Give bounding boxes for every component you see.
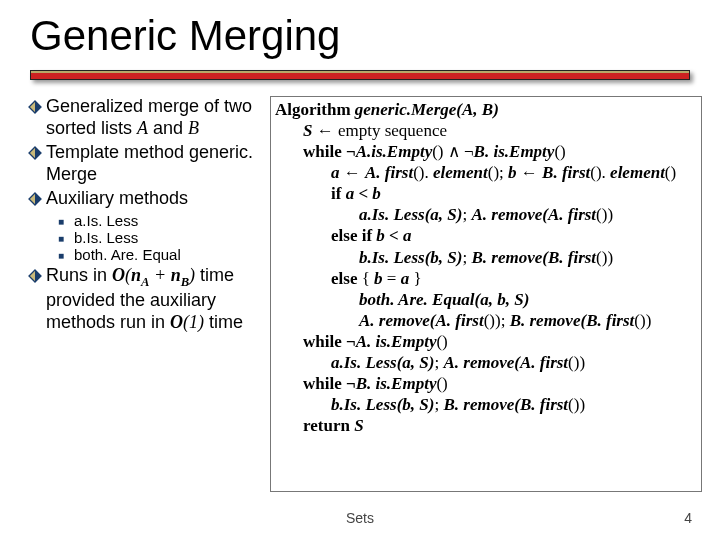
alg-line: a ← A. first(). element(); b ← B. first(…	[275, 162, 697, 183]
alg-line: if a < b	[275, 183, 697, 204]
bullet-text: Runs in O(nA + nB) time provided the aux…	[46, 265, 260, 334]
alg-line: else if b < a	[275, 225, 697, 246]
slide-body: Generalized merge of two sorted lists A …	[28, 96, 702, 492]
algorithm-box: Algorithm generic.Merge(A, B) S ← empty …	[270, 96, 702, 492]
bullet-runtime: Runs in O(nA + nB) time provided the aux…	[28, 265, 260, 334]
alg-line: else { b = a }	[275, 268, 697, 289]
slide: Generic Merging Generalized merge of two…	[0, 0, 720, 540]
subbullet-text: b.Is. Less	[74, 229, 260, 246]
square-icon: ■	[58, 212, 74, 227]
alg-line: A. remove(A. first()); B. remove(B. firs…	[275, 310, 697, 331]
alg-line: while ¬A.is.Empty() ∧ ¬B. is.Empty()	[275, 141, 697, 162]
svg-marker-3	[35, 147, 41, 159]
alg-line: both. Are. Equal(a, b, S)	[275, 289, 697, 310]
subbullet-bothequal: ■ both. Are. Equal	[28, 246, 260, 263]
alg-line: while ¬B. is.Empty()	[275, 373, 697, 394]
bullet-text: Generalized merge of two sorted lists A …	[46, 96, 260, 140]
alg-line: S ← empty sequence	[275, 120, 697, 141]
diamond-icon	[28, 142, 46, 163]
alg-line: b.Is. Less(b, S); B. remove(B. first())	[275, 247, 697, 268]
alg-line: b.Is. Less(b, S); B. remove(B. first())	[275, 394, 697, 415]
diamond-icon	[28, 96, 46, 117]
subbullet-text: a.Is. Less	[74, 212, 260, 229]
subbullet-text: both. Are. Equal	[74, 246, 260, 263]
svg-marker-5	[35, 193, 41, 205]
left-column: Generalized merge of two sorted lists A …	[28, 96, 260, 492]
subbullet-bisless: ■ b.Is. Less	[28, 229, 260, 246]
bullet-text: Auxiliary methods	[46, 188, 260, 210]
svg-marker-1	[35, 101, 41, 113]
square-icon: ■	[58, 229, 74, 244]
alg-line: a.Is. Less(a, S); A. remove(A. first())	[275, 204, 697, 225]
bullet-text: Template method generic. Merge	[46, 142, 260, 186]
page-number: 4	[684, 510, 692, 526]
diamond-icon	[28, 188, 46, 209]
alg-line: while ¬A. is.Empty()	[275, 331, 697, 352]
footer-label: Sets	[0, 510, 720, 526]
bullet-generalized-merge: Generalized merge of two sorted lists A …	[28, 96, 260, 140]
alg-line: return S	[275, 415, 697, 436]
slide-title: Generic Merging	[30, 12, 690, 86]
bullet-template-method: Template method generic. Merge	[28, 142, 260, 186]
alg-line: Algorithm generic.Merge(A, B)	[275, 99, 697, 120]
alg-line: a.Is. Less(a, S); A. remove(A. first())	[275, 352, 697, 373]
square-icon: ■	[58, 246, 74, 261]
subbullet-aisless: ■ a.Is. Less	[28, 212, 260, 229]
bullet-auxiliary-methods: Auxiliary methods	[28, 188, 260, 210]
svg-marker-7	[35, 270, 41, 282]
diamond-icon	[28, 265, 46, 286]
